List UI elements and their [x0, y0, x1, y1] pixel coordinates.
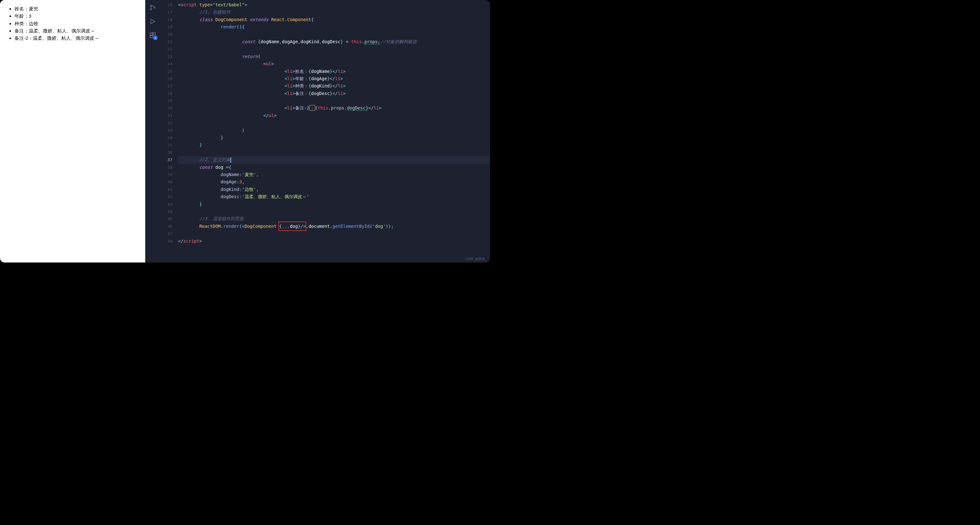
- code-line[interactable]: //2. 定义对象: [178, 156, 490, 163]
- line-number[interactable]: 17: [161, 8, 172, 16]
- line-number[interactable]: 40: [161, 178, 172, 186]
- line-number[interactable]: 42: [161, 193, 172, 200]
- line-number[interactable]: 19: [161, 23, 172, 31]
- code-line[interactable]: }: [178, 134, 490, 141]
- code-line[interactable]: [178, 208, 490, 215]
- code-line[interactable]: <li>备注：{dogDesc}</li>: [178, 90, 490, 97]
- svg-point-2: [154, 7, 155, 8]
- code-line[interactable]: const dog ={: [178, 164, 490, 171]
- line-number[interactable]: 41: [161, 186, 172, 193]
- svg-point-0: [151, 5, 152, 6]
- line-number[interactable]: 18: [161, 16, 172, 23]
- code-line[interactable]: </script>: [178, 238, 490, 245]
- line-number[interactable]: 21: [161, 38, 172, 46]
- line-number[interactable]: 20: [161, 31, 172, 38]
- line-number[interactable]: 44: [161, 208, 172, 215]
- line-number[interactable]: 24: [161, 60, 172, 68]
- line-gutter[interactable]: 1617181920212223242526272829303132333435…: [161, 0, 178, 262]
- app-window: 姓名：麦兜 年龄：3 种类：边牧 备注：温柔、撒娇、粘人、偶尔调皮～ 备注-2：…: [0, 0, 490, 262]
- code-line[interactable]: dogAge:3,: [178, 178, 490, 186]
- line-number[interactable]: 23: [161, 53, 172, 60]
- activity-bar: 1: [145, 0, 161, 262]
- list-item: 姓名：麦兜: [14, 5, 137, 12]
- list-item: 种类：边牧: [14, 20, 137, 27]
- svg-point-1: [151, 9, 152, 10]
- line-number[interactable]: 48: [161, 238, 172, 245]
- line-number[interactable]: 33: [161, 127, 172, 134]
- code-line[interactable]: const {dogName,dogAge,dogKind,dogDesc} =…: [178, 38, 490, 46]
- code-editor: 1 16171819202122232425262728293031323334…: [145, 0, 490, 262]
- list-item: 备注：温柔、撒娇、粘人、偶尔调皮～: [14, 27, 137, 34]
- code-line[interactable]: render(){: [178, 23, 490, 31]
- code-line[interactable]: }: [178, 201, 490, 208]
- code-line[interactable]: [178, 119, 490, 127]
- code-line[interactable]: [178, 149, 490, 156]
- code-line[interactable]: [178, 46, 490, 53]
- line-number[interactable]: 35: [161, 141, 172, 149]
- run-debug-icon[interactable]: [149, 17, 157, 25]
- code-line[interactable]: class DogComponent extends React.Compone…: [178, 16, 490, 23]
- code-line[interactable]: }: [178, 141, 490, 149]
- line-number[interactable]: 29: [161, 97, 172, 105]
- line-number[interactable]: 22: [161, 46, 172, 53]
- code-line[interactable]: ): [178, 127, 490, 134]
- code-line[interactable]: //1. 创建组件: [178, 8, 490, 16]
- line-number[interactable]: 46: [161, 223, 172, 230]
- code-line[interactable]: <ul>: [178, 60, 490, 68]
- svg-rect-3: [150, 33, 153, 35]
- extensions-icon[interactable]: 1: [149, 32, 157, 39]
- code-line[interactable]: <script type="text/babel">: [178, 1, 490, 8]
- watermark: CSDN @@索索_: [465, 257, 487, 261]
- line-number[interactable]: 30: [161, 105, 172, 112]
- code-area[interactable]: <script type="text/babel"> //1. 创建组件 cla…: [178, 0, 490, 262]
- line-number[interactable]: 43: [161, 201, 172, 208]
- code-line[interactable]: <li>年龄：{dogAge}</li>: [178, 75, 490, 82]
- line-number[interactable]: 47: [161, 230, 172, 237]
- code-line[interactable]: </ul>: [178, 112, 490, 119]
- code-line[interactable]: dogName:'麦兜',: [178, 171, 490, 178]
- code-line[interactable]: [178, 230, 490, 237]
- code-line[interactable]: [178, 31, 490, 38]
- list-item: 备注-2：温柔、撒娇、粘人、偶尔调皮～: [14, 34, 137, 42]
- code-line[interactable]: dogKind:'边牧',: [178, 186, 490, 193]
- line-number[interactable]: 37: [161, 156, 172, 163]
- line-number[interactable]: 32: [161, 119, 172, 127]
- line-number[interactable]: 31: [161, 112, 172, 119]
- code-line[interactable]: dogDesc:'温柔、撒娇、粘人、偶尔调皮～': [178, 193, 490, 200]
- line-number[interactable]: 45: [161, 215, 172, 222]
- code-line[interactable]: [178, 97, 490, 105]
- browser-preview: 姓名：麦兜 年龄：3 种类：边牧 备注：温柔、撒娇、粘人、偶尔调皮～ 备注-2：…: [0, 0, 145, 262]
- source-control-icon[interactable]: [149, 4, 157, 11]
- code-line[interactable]: //3. 渲染组件到页面: [178, 215, 490, 222]
- code-line[interactable]: <li>备注-2：{this.props.dogDesc}</li>: [178, 105, 490, 112]
- svg-rect-5: [150, 36, 153, 38]
- line-number[interactable]: 39: [161, 171, 172, 178]
- extensions-badge: 1: [153, 36, 158, 40]
- code-line[interactable]: return(: [178, 53, 490, 60]
- line-number[interactable]: 16: [161, 1, 172, 8]
- line-number[interactable]: 25: [161, 68, 172, 75]
- preview-list: 姓名：麦兜 年龄：3 种类：边牧 备注：温柔、撒娇、粘人、偶尔调皮～ 备注-2：…: [9, 5, 137, 42]
- line-number[interactable]: 36: [161, 149, 172, 156]
- text-cursor: [231, 157, 231, 163]
- line-number[interactable]: 26: [161, 75, 172, 82]
- line-number[interactable]: 27: [161, 82, 172, 90]
- line-number[interactable]: 28: [161, 90, 172, 97]
- svg-rect-4: [153, 33, 155, 35]
- list-item: 年龄：3: [14, 12, 137, 19]
- code-line[interactable]: ReactDOM.render(<DogComponent {...dog}/>…: [178, 223, 490, 230]
- code-line[interactable]: <li>姓名：{dogName}</li>: [178, 68, 490, 75]
- line-number[interactable]: 38: [161, 164, 172, 171]
- line-number[interactable]: 34: [161, 134, 172, 141]
- code-line[interactable]: <li>种类：{dogKind}</li>: [178, 82, 490, 90]
